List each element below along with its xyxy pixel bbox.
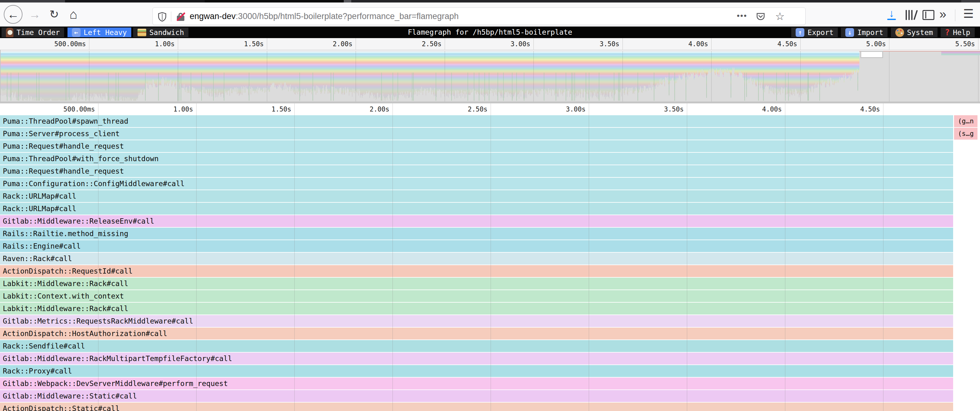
ruler-gridline [393,103,393,115]
insecure-lock-icon[interactable] [176,12,185,21]
page-actions-icon[interactable]: ••• [737,8,747,25]
left-arrow-icon: ← [72,28,81,37]
flame-row: Raven::Rack#call [0,253,980,265]
export-button[interactable]: ↑Export [791,27,838,37]
flame-frame-label: Gitlab::Middleware::ReleaseEnv#call [3,215,154,227]
url-text[interactable]: engwan-dev:3000/h5bp/html5-boilerplate?p… [190,8,459,25]
flame-frame-label: Rack::URLMap#call [3,190,76,202]
minimap[interactable] [0,50,980,103]
flame-frame-label: Rails::Engine#call [3,240,81,252]
ruler-gridline [98,103,99,115]
ruler-tick-label: 1.50s [227,103,291,115]
tracking-protection-shield-icon[interactable] [158,12,167,23]
flame-frame-label: ActionDispatch::HostAuthorization#call [3,328,167,340]
flame-frame-bar[interactable] [0,365,953,377]
tab-time-order[interactable]: Time Order [2,27,64,37]
flame-frame-label: Rack::Proxy#call [3,365,72,377]
downloads-icon[interactable]: ↓ [886,8,897,21]
bookmark-star-icon[interactable]: ☆ [775,8,785,25]
flame-frame-bar[interactable] [0,240,953,252]
flame-frame-label: Puma::Request#handle_request [3,140,124,152]
flame-frame-label: Puma::ThreadPool#spawn_thread [3,115,129,127]
flame-frame-bar[interactable] [0,128,953,140]
ruler-tick-label: 3.50s [620,103,684,115]
flame-row: Rack::URLMap#call [0,203,980,214]
tab-segment [351,0,961,3]
ruler-gridline [356,38,356,50]
flame-tail-frame[interactable]: (g…n [954,115,977,127]
flame-row: ActionDispatch::Static#call [0,403,980,411]
flame-frame-bar[interactable] [0,203,953,214]
flame-frame-bar[interactable] [0,278,953,289]
flame-frame-label: Gitlab::Middleware::Static#call [3,390,137,402]
ruler-tick-label: 2.00s [288,38,353,50]
flamegraph[interactable]: Puma::ThreadPool#spawn_thread(g…nPuma::S… [0,115,980,411]
import-icon: ↓ [845,28,854,37]
download-arrow: ↓ [889,7,894,19]
flame-frame-bar[interactable] [0,190,953,202]
tab-segment [961,0,980,3]
hamburger-menu-icon[interactable]: ☰ [963,5,974,24]
overflow-chevrons-icon[interactable]: » [939,5,946,24]
flame-gridline [883,115,883,411]
url-bar[interactable]: engwan-dev:3000/h5bp/html5-boilerplate?p… [153,8,806,25]
flame-row: Puma::ThreadPool#spawn_thread(g…n [0,115,980,127]
minimap-teal-frame [941,53,980,55]
flame-frame-label: Raven::Rack#call [3,253,72,265]
reload-button[interactable]: ↻ [46,5,62,24]
minimap-canvas[interactable] [0,50,980,103]
flame-frame-bar[interactable] [0,340,953,352]
pocket-icon[interactable] [756,12,765,22]
flame-row: Gitlab::Middleware::RackMultipartTempfil… [0,352,980,365]
help-button[interactable]: ?Help [940,27,975,37]
library-icon[interactable] [905,10,918,20]
flame-row: Puma::Request#handle_request [0,140,980,152]
tab-sandwich[interactable]: Sandwich [133,27,188,37]
palette-button[interactable]: System [891,27,937,37]
sidebar-toggle-icon[interactable] [923,10,934,20]
flame-frame-bar[interactable] [0,140,953,152]
flame-tail-frame[interactable]: (s…g [954,128,977,140]
ruler-tick-label: 2.00s [325,103,390,115]
tab-label: Left Heavy [84,29,127,36]
flame-frame-bar[interactable] [0,390,953,402]
flame-frame-bar[interactable] [0,303,953,314]
import-button[interactable]: ↓Import [841,27,888,37]
flame-row: Gitlab::Webpack::DevServerMiddleware#per… [0,378,980,389]
flame-frame-bar[interactable] [0,403,953,411]
ruler-tick-label: 4.00s [644,38,708,50]
flame-row: Rails::Engine#call [0,240,980,252]
ruler-gridline [622,38,623,50]
flame-frame-bar[interactable] [0,228,953,240]
tab-left-heavy[interactable]: ←Left Heavy [67,27,131,37]
flame-frame-bar[interactable] [0,115,953,127]
toolbar-separator [955,10,955,21]
ruler-tick-label: 1.50s [200,38,264,50]
ruler-gridline [785,103,785,115]
ruler-gridline [533,38,534,50]
ruler-gridline [178,38,178,50]
ruler-tick-label: 2.50s [423,103,487,115]
ruler-tick-label: 500.00ms [22,38,86,50]
flame-row: Gitlab::Middleware::ReleaseEnv#call [0,215,980,227]
flame-row: Rack::URLMap#call [0,190,980,202]
tab-label: Time Order [17,29,60,36]
minimap-viewport[interactable] [860,51,883,58]
flame-row: ActionDispatch::HostAuthorization#call [0,328,980,340]
flame-frame-bar[interactable] [0,253,953,265]
flame-frame-label: Puma::ThreadPool#with_force_shutdown [3,153,159,165]
back-button[interactable]: ← [4,5,22,24]
flame-frame-bar[interactable] [0,265,953,277]
ruler-tick-label: 4.50s [816,103,880,115]
flame-frame-bar[interactable] [0,165,953,177]
forward-button[interactable]: → [27,5,43,24]
ruler-tick-label: 2.50s [377,38,442,50]
home-button[interactable]: ⌂ [65,5,82,24]
flame-frame-bar[interactable] [0,290,953,302]
ruler-tick-label: 5.00s [822,38,886,50]
tab-label: Sandwich [150,29,184,36]
ruler-tick-label: 1.00s [129,103,193,115]
ruler-tick-label: 3.50s [555,38,619,50]
ruler-gridline [89,38,89,50]
flame-row: Gitlab::Middleware::Static#call [0,390,980,402]
